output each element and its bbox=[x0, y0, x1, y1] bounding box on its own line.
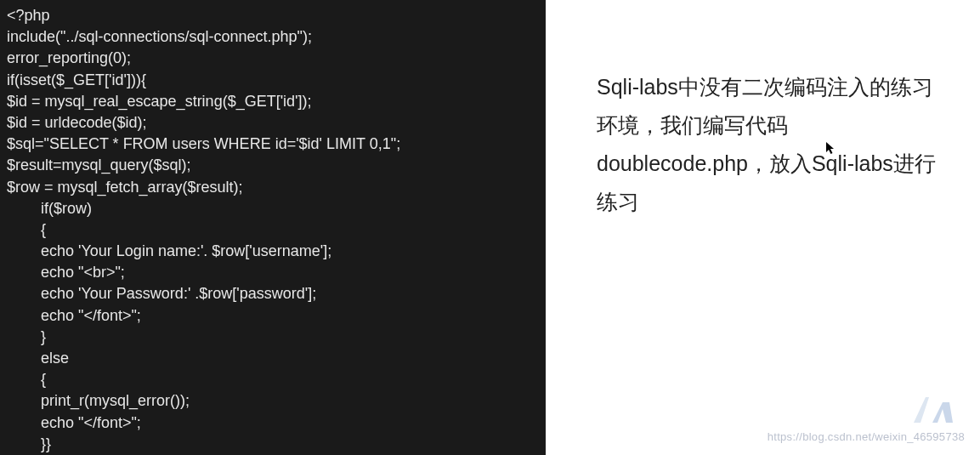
watermark-text: https://blog.csdn.net/weixin_46595738 bbox=[768, 427, 965, 446]
description-text: Sqli-labs中没有二次编码注入的练习环境，我们编写代码doublecode… bbox=[597, 68, 946, 221]
code-block: <?php include("../sql-connections/sql-co… bbox=[0, 0, 546, 455]
logo-icon bbox=[909, 390, 955, 429]
code-text: <?php include("../sql-connections/sql-co… bbox=[7, 7, 495, 455]
description-panel: Sqli-labs中没有二次编码注入的练习环境，我们编写代码doublecode… bbox=[546, 0, 980, 455]
